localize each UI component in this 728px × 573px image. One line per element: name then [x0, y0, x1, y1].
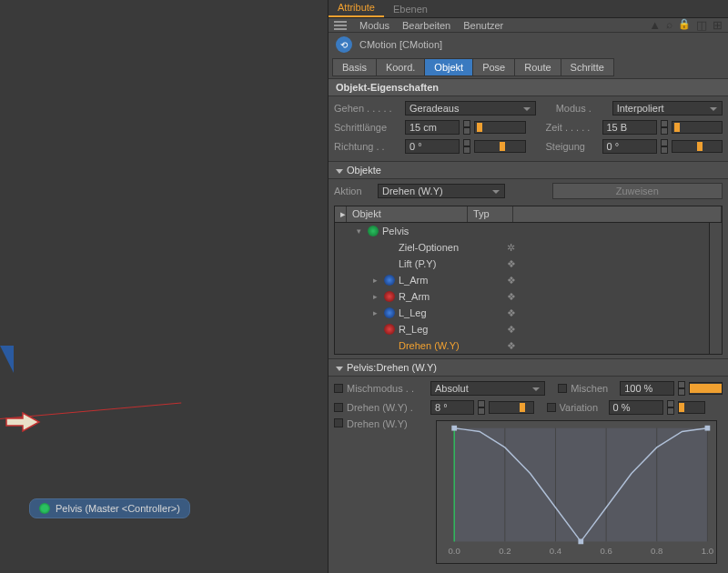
add-icon[interactable]: ⊞ — [713, 18, 723, 32]
label-steigung: Steigung — [546, 141, 599, 152]
selection-badge[interactable]: Pelvis (Master <Controller>) — [29, 498, 190, 518]
joint-icon — [368, 226, 379, 236]
label-zeit: Zeit . . . . . — [546, 122, 599, 133]
tree-scrollbar[interactable] — [709, 223, 722, 354]
label-drehen2: Drehen (W.Y) — [347, 418, 427, 429]
tree-item[interactable]: ▸R_Arm❖ — [335, 288, 709, 305]
panel-menubar: Modus Bearbeiten Benutzer ▲ ⌕ 🔒 ◫ ⊞ — [329, 18, 728, 33]
expand-icon[interactable]: ▸ — [373, 308, 380, 317]
tree-item[interactable]: ▸L_Leg❖ — [335, 305, 709, 321]
spinner[interactable] — [661, 120, 668, 135]
checkbox-drehen[interactable] — [334, 403, 343, 412]
spinner[interactable] — [678, 381, 685, 396]
svg-text:0.2: 0.2 — [499, 546, 511, 556]
label-mischen: Mischen — [571, 383, 616, 394]
lock-icon[interactable]: 🔒 — [678, 18, 691, 32]
tab-objekt[interactable]: Objekt — [424, 58, 473, 76]
slider-drehen[interactable] — [489, 401, 534, 414]
tab-attribute[interactable]: Attribute — [329, 0, 384, 17]
tab-pose[interactable]: Pose — [472, 58, 515, 76]
input-drehen[interactable]: 8 ° — [430, 400, 474, 415]
input-richtung[interactable]: 0 ° — [405, 139, 460, 154]
dropdown-misch[interactable]: Absolut — [430, 381, 545, 396]
input-schritt[interactable]: 15 cm — [405, 120, 460, 135]
panel-tab-bar: Attribute Ebenen — [329, 0, 728, 18]
type-icon: ❖ — [507, 340, 518, 352]
tree-item-label: Lift (P.Y) — [399, 258, 503, 269]
tree-item[interactable]: Ziel-Optionen✲ — [335, 239, 709, 256]
label-schritt: Schrittlänge — [334, 122, 401, 133]
tab-koord[interactable]: Koord. — [376, 58, 425, 76]
nav-up-icon[interactable]: ▲ — [649, 18, 661, 32]
slider-mischen[interactable] — [689, 382, 723, 395]
label-misch: Mischmodus . . — [347, 383, 427, 394]
tree-item[interactable]: ▾Pelvis — [335, 223, 709, 239]
tree-item[interactable]: ▸L_Arm❖ — [335, 272, 709, 288]
type-icon: ❖ — [507, 291, 518, 303]
object-tab-bar: Basis Koord. Objekt Pose Route Schritte — [329, 56, 728, 78]
manipulator-arrow[interactable] — [5, 409, 41, 437]
slider-variation[interactable] — [678, 401, 706, 414]
checkbox-drehen2[interactable] — [334, 418, 343, 427]
tree-item[interactable]: R_Leg❖ — [335, 321, 709, 337]
section-props: Objekt-Eigenschaften — [329, 78, 728, 96]
tab-route[interactable]: Route — [514, 58, 561, 76]
tree-item[interactable]: Lift (P.Y)❖ — [335, 256, 709, 272]
checkbox-variation[interactable] — [547, 403, 556, 412]
3d-viewport[interactable]: Pelvis (Master <Controller>) — [0, 0, 328, 573]
label-richtung: Richtung . . — [334, 141, 401, 152]
tab-ebenen[interactable]: Ebenen — [384, 1, 437, 17]
spinner[interactable] — [478, 400, 485, 415]
dropdown-aktion[interactable]: Drehen (W.Y) — [378, 184, 505, 198]
menu-benutzer[interactable]: Benutzer — [463, 20, 503, 31]
spinner[interactable] — [661, 139, 668, 154]
slider-richtung[interactable] — [474, 140, 526, 153]
section-pelvis[interactable]: Pelvis:Drehen (W.Y) — [329, 358, 728, 377]
type-icon: ❖ — [507, 307, 518, 319]
tree-col-objekt[interactable]: Objekt — [347, 206, 468, 222]
new-icon[interactable]: ◫ — [696, 18, 707, 32]
tree-item[interactable]: Drehen (W.Y)❖ — [335, 337, 709, 354]
input-variation[interactable]: 0 % — [609, 400, 663, 415]
spinner[interactable] — [667, 400, 674, 415]
object-name: CMotion [CMotion] — [359, 39, 442, 50]
dropdown-modus[interactable]: Interpoliert — [612, 101, 723, 116]
expand-icon[interactable]: ▸ — [373, 276, 380, 285]
joint-icon — [384, 307, 395, 318]
svg-text:0.0: 0.0 — [449, 546, 460, 556]
section-objekte[interactable]: Objekte — [329, 161, 728, 179]
slider-zeit[interactable] — [672, 121, 723, 134]
svg-text:0.8: 0.8 — [651, 546, 662, 556]
slider-steigung[interactable] — [672, 140, 723, 153]
svg-rect-10 — [578, 539, 583, 545]
expand-icon[interactable]: ▾ — [357, 226, 364, 236]
dropdown-gehen[interactable]: Geradeaus — [405, 101, 536, 116]
joint-icon — [384, 324, 395, 335]
tree-col-typ[interactable]: Typ — [468, 206, 513, 222]
joint-icon — [384, 291, 395, 302]
mesh-fragment — [0, 346, 14, 373]
spinner[interactable] — [463, 120, 470, 135]
checkbox-misch[interactable] — [334, 384, 343, 393]
input-mischen[interactable]: 100 % — [620, 381, 674, 396]
menu-modus[interactable]: Modus — [359, 20, 389, 31]
joint-icon — [39, 503, 50, 514]
input-zeit[interactable]: 15 B — [602, 120, 657, 135]
menu-bearbeiten[interactable]: Bearbeiten — [402, 20, 450, 31]
button-zuweisen[interactable]: Zuweisen — [552, 183, 723, 199]
spinner[interactable] — [463, 139, 470, 154]
checkbox-mischen[interactable] — [558, 384, 567, 393]
tab-basis[interactable]: Basis — [332, 58, 377, 76]
tree-item-label: R_Arm — [399, 291, 503, 302]
object-tree: ▸ Objekt Typ ▾PelvisZiel-Optionen✲Lift (… — [334, 206, 723, 355]
fcurve-graph[interactable]: 0.00.20.40.60.81.0 — [436, 420, 717, 564]
search-icon[interactable]: ⌕ — [666, 18, 672, 32]
type-icon: ❖ — [507, 275, 518, 286]
type-icon: ✲ — [507, 242, 518, 254]
slider-schritt[interactable] — [474, 121, 526, 134]
menu-icon[interactable] — [334, 21, 347, 30]
tree-item-label: R_Leg — [399, 324, 503, 335]
input-steigung[interactable]: 0 ° — [602, 139, 657, 154]
tab-schritte[interactable]: Schritte — [561, 58, 614, 76]
expand-icon[interactable]: ▸ — [373, 292, 380, 301]
